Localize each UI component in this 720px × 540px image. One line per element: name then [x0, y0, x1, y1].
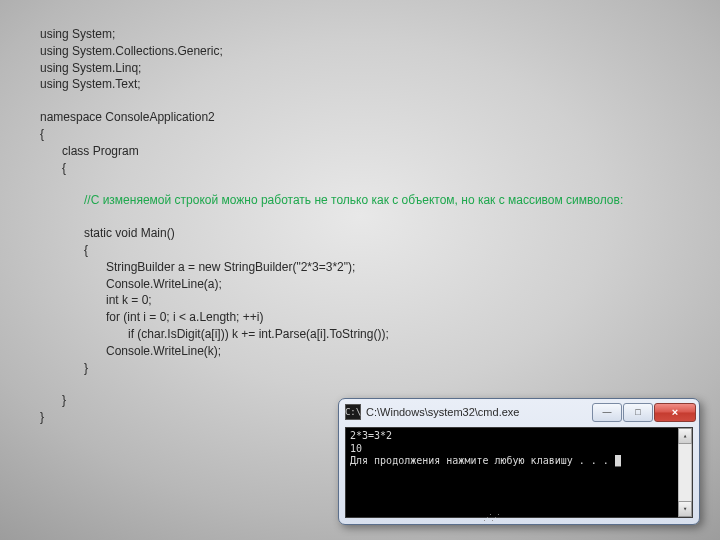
scroll-up-button[interactable]: ▴ [678, 428, 692, 444]
code-comment: //С изменяемой строкой можно работать не… [40, 192, 690, 209]
code-line: { [40, 160, 690, 177]
console-body[interactable]: 2*3=3*2 10 Для продолжения нажмите любую… [345, 427, 693, 518]
code-line: using System.Collections.Generic; [40, 43, 690, 60]
window-buttons: — □ × [591, 403, 696, 422]
scroll-track[interactable] [678, 444, 692, 501]
console-output: 2*3=3*2 10 Для продолжения нажмите любую… [350, 430, 676, 515]
code-line: using System.Linq; [40, 60, 690, 77]
code-line: { [40, 126, 690, 143]
code-line: static void Main() [40, 225, 690, 242]
close-button[interactable]: × [654, 403, 696, 422]
code-line: namespace ConsoleApplication2 [40, 109, 690, 126]
window-title: C:\Windows\system32\cmd.exe [366, 406, 591, 418]
console-window: C:\ C:\Windows\system32\cmd.exe — □ × 2*… [338, 398, 700, 525]
code-line: for (int i = 0; i < a.Length; ++i) [40, 309, 690, 326]
code-line: if (char.IsDigit(a[i])) k += int.Parse(a… [40, 326, 690, 343]
code-line: using System; [40, 26, 690, 43]
scroll-down-button[interactable]: ▾ [678, 501, 692, 517]
resize-grip-icon[interactable]: ⋰⋰ [483, 513, 499, 523]
code-line: StringBuilder a = new StringBuilder("2*3… [40, 259, 690, 276]
titlebar[interactable]: C:\ C:\Windows\system32\cmd.exe — □ × [339, 399, 699, 425]
code-line: using System.Text; [40, 76, 690, 93]
maximize-button[interactable]: □ [623, 403, 653, 422]
minimize-button[interactable]: — [592, 403, 622, 422]
cmd-icon: C:\ [345, 404, 361, 420]
code-line: } [40, 360, 690, 377]
code-line: class Program [40, 143, 690, 160]
code-line: Console.WriteLine(a); [40, 276, 690, 293]
code-line: Console.WriteLine(k); [40, 343, 690, 360]
scrollbar[interactable]: ▴ ▾ [678, 428, 692, 517]
code-block: using System; using System.Collections.G… [40, 26, 690, 426]
code-line: int k = 0; [40, 292, 690, 309]
code-line: { [40, 242, 690, 259]
